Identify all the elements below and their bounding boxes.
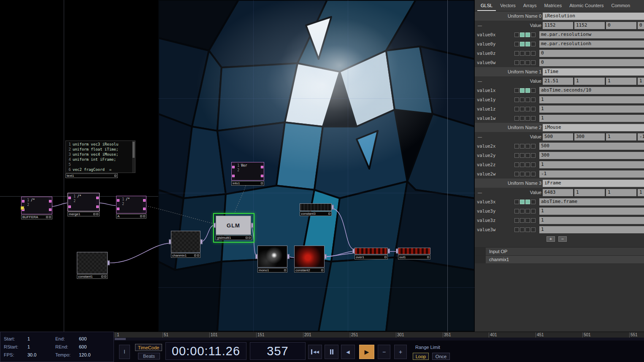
parameter-mode-toggles[interactable] (514, 172, 538, 176)
parameter-tab[interactable]: Arrays (520, 0, 540, 11)
parameter-mode-toggles[interactable] (514, 107, 538, 111)
node-label[interactable]: A (116, 214, 146, 219)
parameter-field[interactable]: 1 (539, 208, 644, 215)
output-connector[interactable] (325, 254, 327, 259)
parameter-field[interactable]: me.par.resolutionw (539, 31, 644, 38)
play-button[interactable]: ▶ (359, 345, 374, 359)
output-connector[interactable] (143, 208, 146, 210)
input-op-value[interactable]: chanmix1 (486, 257, 509, 262)
parameter-mode-toggles[interactable] (514, 42, 538, 46)
parameter-field[interactable]: -1 (539, 170, 644, 178)
frame-display[interactable]: 357 (250, 342, 306, 360)
node-label[interactable]: glslmulti1 (216, 235, 252, 240)
node-info1[interactable]: 1Ver 2 info1 (231, 162, 264, 186)
parameter-field[interactable]: absTime.seconds/10 (539, 87, 644, 94)
node-constant3[interactable]: constant3 (300, 203, 332, 216)
input-connector[interactable] (117, 199, 119, 202)
node-buffera[interactable]: 1/* 2 BUFFERA (21, 197, 52, 219)
expander[interactable]: — (477, 190, 483, 195)
output-connector[interactable] (287, 254, 290, 259)
node-flag-icon[interactable] (93, 213, 95, 215)
node-flag-icon[interactable] (101, 276, 103, 278)
pause-button[interactable] (325, 345, 338, 359)
parameter-field[interactable]: 1 (539, 226, 644, 233)
node-constant1[interactable]: constant1 (77, 252, 108, 279)
node-flag-icon[interactable] (114, 175, 116, 177)
rewind-button[interactable]: ◀◀ (308, 345, 322, 359)
parameter-field[interactable]: me.par.resolutionh (539, 41, 644, 48)
timeline-scrollbar[interactable] (114, 338, 644, 340)
input-connector[interactable] (169, 240, 171, 244)
node-flag-icon[interactable] (384, 256, 387, 258)
value-field[interactable]: 1 (574, 78, 605, 85)
parameter-field[interactable]: 1 (539, 115, 644, 122)
input-connector[interactable] (232, 166, 235, 168)
value-field[interactable]: 1152 (543, 22, 573, 29)
node-label[interactable]: info1 (231, 181, 264, 186)
parameter-field[interactable]: iResolution (543, 13, 644, 20)
parameter-field[interactable]: 0 (539, 59, 644, 66)
node-label[interactable]: merge1 (68, 212, 100, 216)
value-field[interactable]: 1152 (574, 22, 605, 29)
node-flag-icon[interactable] (249, 237, 251, 239)
parameter-mode-toggles[interactable] (514, 218, 538, 223)
output-connector[interactable] (96, 205, 99, 208)
output-connector[interactable] (251, 223, 253, 228)
value-field[interactable]: 0 (638, 22, 644, 29)
node-a[interactable]: 1/* 2 A (116, 196, 146, 219)
value-field[interactable]: 6483 (543, 189, 573, 196)
parameter-mode-toggles[interactable] (514, 227, 538, 232)
value-field[interactable]: 1 (606, 133, 636, 140)
text1-code-viewer[interactable]: 1uniform vec3 iResolu 2uniform float iTi… (65, 140, 135, 173)
parameter-mode-toggles[interactable] (514, 209, 538, 213)
parameter-mode-toggles[interactable] (514, 200, 538, 204)
insert-button[interactable]: I (119, 345, 130, 359)
output-connector[interactable] (96, 197, 99, 199)
value-field[interactable]: 1 (606, 189, 636, 196)
output-connector[interactable] (388, 249, 390, 254)
input-connector[interactable] (68, 197, 71, 199)
parameter-field[interactable]: iTime (543, 68, 644, 76)
parameter-field[interactable]: 1 (539, 217, 644, 224)
parameter-tab[interactable]: GLSL (477, 0, 496, 11)
value-field[interactable]: 1 (638, 78, 644, 85)
parameter-tab[interactable]: Vectors (497, 0, 519, 11)
output-connector[interactable] (261, 166, 263, 168)
value-field[interactable]: 1 (574, 189, 605, 196)
parameter-field[interactable]: iFrame (543, 180, 644, 187)
node-flag-icon[interactable] (104, 276, 106, 278)
parameter-mode-toggles[interactable] (514, 88, 538, 93)
timeline-playhead[interactable] (447, 0, 448, 332)
node-label[interactable]: out1 (398, 255, 430, 259)
loop-button[interactable]: Loop (413, 353, 429, 360)
expander[interactable]: — (477, 79, 483, 84)
parameter-mode-toggles[interactable] (514, 97, 538, 102)
value-field[interactable]: 300 (574, 133, 605, 140)
input-connector[interactable] (255, 254, 257, 259)
input-connector[interactable] (396, 249, 398, 254)
node-flag-icon[interactable] (328, 213, 330, 215)
output-connector[interactable] (261, 175, 263, 177)
node-chanmix1[interactable]: chanmix1 (171, 231, 200, 258)
remove-uniform-button[interactable]: − (558, 236, 567, 242)
node-flag-icon[interactable] (96, 213, 98, 215)
frame-decrement-button[interactable]: − (378, 345, 390, 359)
output-connector[interactable] (332, 205, 334, 210)
node-constant2[interactable]: constant2 (294, 246, 325, 273)
node-flag-icon[interactable] (246, 237, 248, 239)
value-field[interactable]: 0 (606, 22, 636, 29)
input-connector[interactable] (352, 249, 354, 254)
value-field[interactable]: 1 (606, 78, 636, 85)
parameter-tab[interactable]: Common (608, 0, 633, 11)
output-connector[interactable] (49, 200, 51, 203)
parameter-field[interactable]: 1 (539, 161, 644, 168)
value-field[interactable]: 1 (638, 189, 644, 196)
node-merge1[interactable]: 1/* 2 merge1 (68, 193, 100, 216)
node-flag-icon[interactable] (140, 215, 142, 217)
node-over1[interactable]: over1 (354, 248, 388, 259)
expander[interactable]: — (477, 135, 483, 139)
timecode-mode-button[interactable]: TimeCode (135, 344, 162, 351)
parameter-mode-toggles[interactable] (514, 144, 538, 149)
node-flag-icon[interactable] (194, 254, 196, 257)
node-label[interactable]: mono1 (257, 268, 287, 273)
